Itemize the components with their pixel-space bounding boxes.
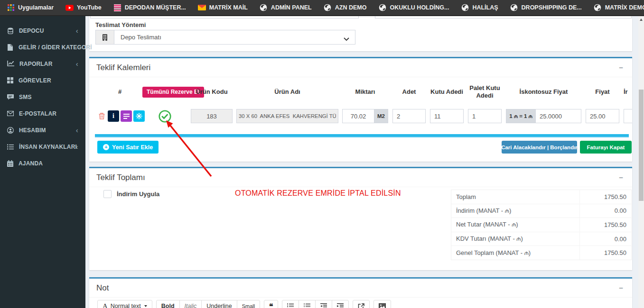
bookmark-matrix-demo[interactable]: MATRİX DEMO [594,4,644,12]
box-count-input[interactable] [430,109,464,123]
indent-button[interactable] [332,300,349,308]
sidebar-item-label: E-POSTALAR [19,110,56,117]
quantity-input[interactable] [342,109,374,123]
ordered-list-button[interactable] [282,300,299,308]
offer-items-panel: Teklif Kalemleri − # Tümünü Rezerve Et Ü… [89,57,632,162]
scrollbar-thumb[interactable] [639,90,644,201]
globe-icon [324,4,332,12]
total-value: 1750.50 [579,246,631,260]
delivery-method-value: Depo Teslimatı [121,34,161,41]
undiscounted-price-input[interactable] [535,109,581,123]
bookmark-youtube[interactable]: YouTube [65,4,102,12]
sidebar-item-label: AJANDA [19,160,43,167]
pallet-box-count-input[interactable] [468,109,502,123]
file-icon [7,44,13,51]
sidebar-item-epostalar[interactable]: E-POSTALAR [0,105,85,122]
collapse-icon[interactable]: − [617,63,625,72]
mail-icon [198,4,206,12]
main-content: Teslimat Yöntemi Depo Teslimatı Teklif K… [85,16,638,308]
check-circle-icon [159,110,171,123]
sidebar-item-gorevler[interactable]: GÖREVLER [0,72,85,89]
warehouse-icon [95,30,114,45]
row-reserve-status[interactable] [142,110,187,123]
bookmark-label: MATRİX DEMO [605,4,644,11]
col-header-truncated: İr [624,88,632,96]
envelope-icon [7,111,14,116]
user-icon [7,127,14,134]
vertical-scrollbar[interactable] [638,16,644,308]
sidebar-item-hesabim[interactable]: HESABIM ‹ [0,122,85,138]
bookmark-matrix-mail[interactable]: MATRİX MAİL [198,4,248,12]
delete-row-icon[interactable] [97,112,106,120]
bookmark-halilas[interactable]: HALİLAŞ [461,4,498,12]
unit-addon: M2 [374,109,388,123]
indent-icon [337,303,344,308]
currency-rate-addon: 1 ₼ = 1 ₼ [506,109,535,123]
sidebar-item-gelir-gider[interactable]: GELİR / GİDER KATEGORİ [0,39,85,55]
price-input[interactable] [586,109,619,123]
bold-button[interactable]: Bold [156,300,180,308]
col-header-pallet-box-count: Palet Kutu Adedi [468,84,502,100]
total-label: İndirim (MANAT - ₼) [451,204,579,218]
text-style-dropdown[interactable]: A Normal text [97,300,152,308]
bookmark-okuklu-holding[interactable]: OKUKLU HOLDİNG... [378,4,449,12]
underline-button[interactable]: Underline [201,300,237,308]
add-row-button[interactable]: + Yeni Satır Ekle [97,141,159,154]
list-icon [7,144,14,150]
bookmark-label: Uygulamalar [18,4,54,11]
collapse-icon[interactable]: − [617,173,625,181]
insert-image-button[interactable] [373,300,391,308]
detail-card-button[interactable] [121,110,132,122]
globe-icon [510,4,518,12]
chevron-left-icon: ‹ [76,60,78,68]
sidebar-item-depocu[interactable]: DEPOCU ‹ [0,22,85,39]
sidebar-item-label: HESABIM [19,127,46,134]
site-favicon-icon [113,4,121,12]
lines-icon [123,114,130,119]
annotation-text: OTOMATİK REZERVE EMRİDE İPTAL EDİLSİN [235,189,401,198]
bookmark-uygulamalar[interactable]: Uygulamalar [7,4,54,12]
bookmark-azn-demo[interactable]: AZN DEMO [324,4,367,12]
sidebar-item-insan-kaynaklari[interactable]: İNSAN KAYNAKLARI ‹ [0,138,85,155]
info-button[interactable]: i [108,110,119,122]
totals-row: İndirim (MANAT - ₼) 0.00 [451,204,631,218]
calendar-icon [7,160,13,167]
blockquote-button[interactable]: ❝ [264,300,278,308]
sidebar-item-sms[interactable]: SMS [0,89,85,105]
chevron-left-icon: ‹ [76,27,78,35]
bookmark-dropshipping[interactable]: DROPSHIPPING DE... [510,4,582,12]
share-link-button[interactable] [353,300,370,308]
italic-button[interactable]: Italic [179,300,202,308]
caret-down-icon [144,305,147,307]
discount-checkbox[interactable] [103,190,112,198]
globe-icon [260,4,268,12]
col-header-pieces: Adet [392,88,426,96]
sidebar-item-label: İNSAN KAYNAKLARI [19,144,77,150]
collapse-icon[interactable]: − [617,284,625,292]
truncated-input[interactable] [624,109,632,123]
product-code-input[interactable] [191,109,233,123]
bookmark-depodan[interactable]: DEPODAN MÜŞTER... [113,4,186,12]
sidebar-item-label: DEPOCU [19,27,44,34]
small-text-button[interactable]: Small [237,300,261,308]
sidebar-item-raporlar[interactable]: RAPORLAR ‹ [0,55,85,72]
share-icon [358,303,364,308]
bookmark-label: DEPODAN MÜŞTER... [125,4,186,11]
bookmark-label: AZN DEMO [335,4,367,11]
youtube-icon [65,4,74,12]
outdent-button[interactable] [315,300,332,308]
sidebar-item-ajanda[interactable]: AJANDA [0,155,85,172]
delivery-method-select[interactable]: Depo Teslimatı [114,30,355,45]
scroll-up-arrow-icon[interactable] [640,18,643,21]
ordered-list-icon [287,303,294,308]
product-name-input[interactable] [236,109,338,123]
bookmark-admin-panel[interactable]: ADMİN PANEL [260,4,312,12]
horizontal-scrollbar[interactable] [95,134,629,137]
debit-credit-button[interactable]: Cari Alacaklandır | Borçlandır [502,141,577,154]
pieces-input[interactable] [392,109,426,123]
total-label: Toplam [451,190,579,204]
app-screen: Uygulamalar YouTube DEPODAN MÜŞTER... MA… [0,0,644,308]
unordered-list-button[interactable] [299,300,316,308]
bookmarks-bar: Uygulamalar YouTube DEPODAN MÜŞTER... MA… [0,0,644,16]
close-invoice-button[interactable]: Faturayı Kapat [580,141,632,154]
